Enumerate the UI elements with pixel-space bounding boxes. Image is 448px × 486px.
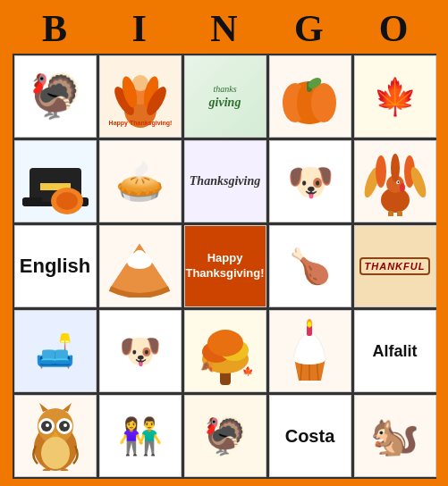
svg-point-48 — [293, 354, 325, 364]
letter-n: N — [188, 7, 259, 50]
svg-point-63 — [46, 423, 49, 427]
cell-r4c1: 🛋️ — [14, 310, 97, 392]
pumpkin-svg — [281, 65, 339, 128]
svg-point-64 — [63, 423, 67, 427]
cell-r4c3: 🍂 🍁 — [184, 310, 266, 392]
cell-r2c2: 🥧 — [99, 140, 182, 222]
thanks-giving-text: thanks giving — [209, 82, 241, 110]
svg-marker-57 — [39, 403, 48, 412]
cell-r2c4: 🐶 — [269, 140, 351, 222]
svg-marker-58 — [63, 403, 72, 412]
alfalit-label: Alfalit — [372, 342, 417, 361]
feast-icon: 🍗 — [270, 226, 351, 306]
free-space-text: HappyThanksgiving! — [185, 251, 264, 281]
cell-r2c5 — [354, 140, 436, 222]
letter-i: I — [104, 7, 175, 50]
couch-icon: 🛋️ — [15, 311, 96, 391]
svg-text:Happy Thanksgiving!: Happy Thanksgiving! — [108, 120, 172, 127]
cell-r3c2 — [99, 225, 182, 307]
svg-point-28 — [391, 154, 400, 182]
cell-r3c5: THANKFUL — [354, 225, 436, 307]
running-turkey-icon: 🦃 — [185, 396, 266, 476]
pilgrim-couple-icon: 👫 — [100, 396, 181, 476]
cell-r5c1 — [14, 395, 97, 477]
svg-text:🍁: 🍁 — [242, 365, 254, 377]
cell-r5c5: 🐿️ — [354, 395, 436, 477]
owl-svg — [21, 401, 89, 471]
svg-text:🍂: 🍂 — [200, 359, 214, 373]
svg-rect-31 — [388, 211, 393, 216]
cell-r5c4: Costa — [269, 395, 351, 477]
svg-point-11 — [311, 83, 336, 122]
cell-r4c5: Alfalit — [354, 310, 436, 392]
snoopy2-icon: 🐶 — [100, 311, 181, 391]
pilgrim-hat-svg — [21, 146, 90, 217]
cell-r1c5: 🍁 — [354, 55, 436, 138]
svg-point-27 — [376, 155, 386, 188]
cell-r4c2: 🐶 — [99, 310, 182, 392]
cell-r1c3: thanks giving — [184, 55, 266, 138]
pie-icon: 🥧 — [100, 141, 181, 222]
squirrel-icon: 🐿️ — [355, 396, 435, 476]
thankful-text: THANKFUL — [359, 257, 431, 275]
svg-point-66 — [41, 437, 70, 469]
bingo-grid: 🦃 Happy Thanksgiving! — [13, 54, 436, 479]
fall-scene-icon: 🍁 — [355, 56, 435, 137]
english-label: English — [20, 255, 90, 278]
pie-slice-svg — [106, 235, 173, 297]
snoopy-icon: 🐶 — [270, 141, 351, 222]
cell-r4c4 — [269, 310, 351, 392]
handprint-turkey-svg — [363, 147, 427, 216]
cell-r2c1 — [14, 140, 97, 222]
cell-r3c4: 🍗 — [269, 225, 351, 307]
fall-tree-svg: 🍂 🍁 — [193, 316, 258, 386]
cupcake-svg — [281, 318, 339, 385]
cell-r5c2: 👫 — [99, 395, 182, 477]
svg-rect-32 — [397, 211, 402, 216]
bingo-header: B I N G O — [13, 7, 436, 50]
svg-point-23 — [397, 181, 399, 183]
cell-r2c3: Thanksgiving — [184, 140, 266, 222]
letter-g: G — [273, 7, 344, 50]
svg-point-36 — [134, 250, 145, 259]
cell-r1c2: Happy Thanksgiving! — [99, 55, 182, 138]
svg-point-25 — [400, 183, 405, 192]
letter-b: B — [19, 7, 90, 50]
thanksgiving-italic-text: Thanksgiving — [190, 173, 260, 189]
letter-o: O — [358, 7, 429, 50]
svg-point-41 — [207, 330, 243, 356]
svg-point-19 — [56, 192, 78, 210]
cell-r1c4 — [269, 55, 351, 138]
cell-r3c3-free: HappyThanksgiving! — [184, 225, 266, 307]
happy-thanksgiving-svg: Happy Thanksgiving! — [105, 61, 176, 132]
cell-r5c3: 🦃 — [184, 395, 266, 477]
costa-label: Costa — [285, 426, 335, 447]
svg-point-54 — [308, 322, 311, 327]
bingo-card: B I N G O 🦃 Happy Thanksg — [5, 0, 444, 486]
cell-r1c1: 🦃 — [14, 55, 97, 138]
cell-r3c1: English — [14, 225, 97, 307]
turkey-pilgrim-icon: 🦃 — [15, 56, 96, 137]
